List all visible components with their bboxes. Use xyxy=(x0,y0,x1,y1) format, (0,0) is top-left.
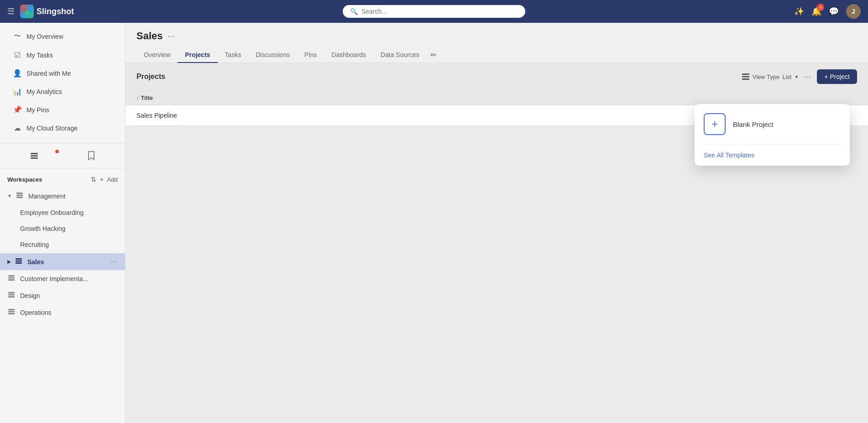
edit-icon[interactable]: ✏ xyxy=(430,51,436,59)
svg-rect-5 xyxy=(31,157,38,159)
projects-title: Projects xyxy=(136,73,742,81)
sidebar-item-my-analytics[interactable]: 📊 My Analytics xyxy=(4,83,121,100)
sidebar-tab-bookmark[interactable] xyxy=(63,147,120,164)
notification-icon[interactable]: 🔔 4 xyxy=(811,6,821,16)
more-options-icon[interactable]: ⋯ xyxy=(804,73,811,81)
svg-rect-7 xyxy=(16,195,23,196)
search-bar: 🔍 xyxy=(343,5,525,18)
chevron-down-icon: ▼ xyxy=(794,74,799,79)
workspace-item-customer-implementation[interactable]: Customer Implementa... ⋯ xyxy=(0,270,125,287)
workspace-label: Design xyxy=(20,292,107,299)
chevron-right-icon: ▶ xyxy=(7,259,11,264)
sort-arrow-icon: ↑ xyxy=(136,95,139,101)
workspace-item-recruiting[interactable]: Recruiting ⋯ xyxy=(0,236,125,252)
search-icon: 🔍 xyxy=(350,8,358,15)
see-all-templates-link[interactable]: See All Templates xyxy=(704,151,754,159)
view-type-button[interactable]: View Type List ▼ xyxy=(742,73,799,81)
workspace-label: Employee Onboarding xyxy=(20,209,107,216)
sort-icon[interactable]: ⇅ xyxy=(91,176,96,183)
plus-icon: + xyxy=(704,113,726,135)
popup-footer: See All Templates xyxy=(695,145,850,166)
tab-projects[interactable]: Projects xyxy=(178,47,217,63)
page-title: Sales xyxy=(136,30,163,42)
sidebar-item-label: My Pins xyxy=(26,106,49,114)
tab-dashboards[interactable]: Dashboards xyxy=(324,47,373,63)
svg-rect-4 xyxy=(31,155,38,157)
sidebar-tab-layers[interactable] xyxy=(5,147,63,164)
sidebar-nav: 〜 My Overview ☑ My Tasks 👤 Shared with M… xyxy=(0,23,125,141)
add-project-button[interactable]: + Project xyxy=(817,69,857,84)
layers-icon xyxy=(7,308,16,317)
add-workspace-icon[interactable]: + xyxy=(100,176,104,183)
layers-icon xyxy=(7,291,16,300)
more-icon[interactable]: ⋯ xyxy=(110,257,118,266)
tab-discussions[interactable]: Discussions xyxy=(248,47,297,63)
pins-icon: 📌 xyxy=(13,105,22,114)
sidebar-item-my-pins[interactable]: 📌 My Pins xyxy=(4,101,121,119)
sidebar-tabs xyxy=(0,143,125,168)
workspace-label: Sales xyxy=(27,258,107,266)
view-type-label: View Type xyxy=(753,73,780,80)
svg-rect-6 xyxy=(16,193,23,194)
svg-point-2 xyxy=(25,10,29,15)
search-input[interactable] xyxy=(361,8,518,15)
svg-rect-10 xyxy=(16,261,22,262)
cloud-icon: ☁ xyxy=(13,124,22,132)
svg-rect-20 xyxy=(8,313,15,314)
tasks-icon: ☑ xyxy=(13,51,22,59)
tab-overview[interactable]: Overview xyxy=(136,47,178,63)
sparkle-icon[interactable]: ✨ xyxy=(794,6,804,16)
workspace-item-design[interactable]: Design ⋯ xyxy=(0,287,125,304)
svg-rect-22 xyxy=(742,76,749,78)
add-workspace-label[interactable]: Add xyxy=(107,176,118,183)
sidebar-item-label: Shared with Me xyxy=(26,70,71,77)
workspace-item-sales[interactable]: ▶ Sales ⋯ xyxy=(0,253,125,270)
workspace-item-operations[interactable]: Operations ⋯ xyxy=(0,304,125,321)
layers-icon xyxy=(16,191,25,201)
layers-icon xyxy=(29,151,39,161)
sidebar-item-shared-with-me[interactable]: 👤 Shared with Me xyxy=(4,64,121,82)
blank-project-label: Blank Project xyxy=(733,120,773,128)
workspace-label: Management xyxy=(28,193,107,200)
tab-data-sources[interactable]: Data Sources xyxy=(373,47,427,63)
workspace-item-management[interactable]: ▼ Management ⋯ xyxy=(0,188,125,204)
svg-rect-12 xyxy=(8,275,15,277)
projects-toolbar: Projects View Type List ▼ ⋯ xyxy=(125,63,868,91)
svg-rect-17 xyxy=(8,296,15,298)
main-content: Sales ⋯ Overview Projects Tasks Discussi… xyxy=(125,23,868,423)
navbar: ☰ Slingshot 🔍 ✨ 🔔 4 💬 J xyxy=(0,0,868,23)
workspaces-header: Workspaces ⇅ + Add xyxy=(0,172,125,187)
svg-rect-18 xyxy=(8,309,15,310)
workspace-label: Operations xyxy=(20,309,107,316)
view-type-value: List xyxy=(782,73,791,80)
layers-icon xyxy=(15,257,24,266)
sidebar-item-my-overview[interactable]: 〜 My Overview xyxy=(4,27,121,46)
workspace-item-employee-onboarding[interactable]: Employee Onboarding ⋯ xyxy=(0,204,125,220)
chat-icon[interactable]: 💬 xyxy=(829,6,839,16)
svg-rect-13 xyxy=(8,277,15,279)
svg-rect-3 xyxy=(31,153,38,154)
tab-dot xyxy=(55,150,59,153)
sidebar-item-my-cloud-storage[interactable]: ☁ My Cloud Storage xyxy=(4,119,121,137)
hamburger-icon[interactable]: ☰ xyxy=(7,6,15,16)
sidebar-item-my-tasks[interactable]: ☑ My Tasks xyxy=(4,46,121,64)
popup-item-blank-project[interactable]: + Blank Project xyxy=(695,104,850,144)
tab-pins[interactable]: Pins xyxy=(297,47,324,63)
content-area: Projects View Type List ▼ ⋯ xyxy=(125,63,868,423)
page-menu-icon[interactable]: ⋯ xyxy=(167,32,175,41)
avatar[interactable]: J xyxy=(846,4,861,19)
workspace-list: ▼ Management ⋯ Employee Onboarding ⋯ xyxy=(0,187,125,321)
tab-tasks[interactable]: Tasks xyxy=(218,47,249,63)
svg-rect-21 xyxy=(742,73,749,75)
app-name: Slingshot xyxy=(37,7,74,16)
logo-container: Slingshot xyxy=(20,5,74,18)
workspace-item-growth-hacking[interactable]: Growth Hacking ⋯ xyxy=(0,220,125,236)
sidebar: 〜 My Overview ☑ My Tasks 👤 Shared with M… xyxy=(0,23,125,423)
layers-icon xyxy=(7,274,16,283)
page-header: Sales ⋯ Overview Projects Tasks Discussi… xyxy=(125,23,868,63)
svg-rect-19 xyxy=(8,311,15,313)
overview-icon: 〜 xyxy=(13,31,22,41)
svg-rect-9 xyxy=(16,258,22,260)
svg-rect-8 xyxy=(16,197,23,198)
list-view-icon xyxy=(742,73,750,81)
